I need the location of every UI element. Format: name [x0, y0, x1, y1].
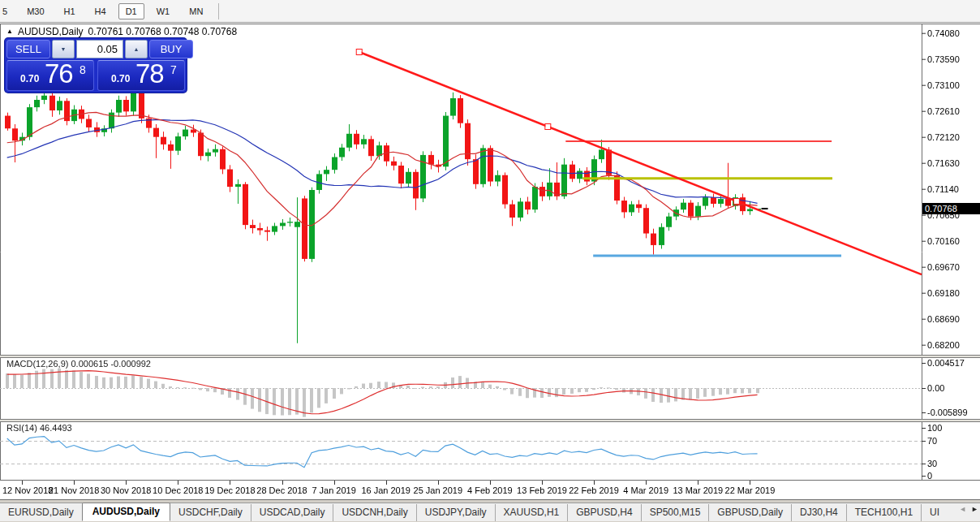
trade-panel-controls: SELL ▼ ▲ BUY: [6, 40, 185, 58]
tab-dj30-h4[interactable]: DJ30,H4: [791, 504, 846, 521]
tab-usdcnh-daily[interactable]: USDCNH,Daily: [333, 504, 415, 521]
trade-price-tiles: 0.70 76 8 0.70 78 7: [6, 60, 185, 91]
tab-scroll-right-icon[interactable]: ►: [971, 505, 978, 513]
rsi-axis-label: 70: [927, 436, 937, 446]
macd-main-value: 0.000615: [71, 359, 108, 369]
macd-indicator-label: MACD(12,26,9) 0.000615 -0.000992: [6, 359, 151, 369]
volume-decrease-button[interactable]: ▼: [52, 40, 75, 58]
date-axis-label: 28 Dec 2018: [256, 485, 307, 495]
one-click-trade-panel: SELL ▼ ▲ BUY 0.70 76 8 0.70 78 7: [5, 38, 187, 93]
date-axis-label: 19 Dec 2018: [204, 485, 255, 495]
price-axis-label: 0.68690: [927, 314, 960, 324]
date-axis-label: 30 Nov 2018: [101, 485, 151, 495]
price-axis-label: 0.73100: [927, 80, 960, 90]
sell-button[interactable]: SELL: [6, 40, 50, 58]
timeframe-button-m30[interactable]: M30: [19, 3, 51, 19]
tab-scroll-left-icon[interactable]: ◄: [959, 505, 966, 513]
chart-header: ▲ AUDUSD,Daily 0.70761 0.70768 0.70748 0…: [6, 26, 237, 37]
tab-sp500-m15[interactable]: SP500,M15: [641, 504, 709, 521]
date-axis[interactable]: 12 Nov 201821 Nov 201830 Nov 201810 Dec …: [0, 481, 922, 499]
price-axis-label: 0.68200: [927, 340, 960, 350]
price-axis-label: 0.71140: [927, 184, 959, 194]
buy-price-big: 78: [135, 58, 164, 89]
date-axis-label: 13 Feb 2019: [517, 485, 567, 495]
tab-tech100-h1[interactable]: TECH100,H1: [846, 504, 921, 521]
toolbar-separator: [218, 3, 219, 19]
date-axis-label: 21 Nov 2018: [49, 485, 99, 495]
timeframe-button-w1[interactable]: W1: [149, 3, 178, 19]
panel-splitter-macd[interactable]: [0, 355, 980, 358]
chart-tab-bar: EURUSD,DailyAUDUSD,DailyUSDCHF,DailyUSDC…: [0, 503, 980, 521]
price-axis-label: 0.69670: [927, 262, 960, 272]
macd-axis-label: -0.005899: [927, 408, 968, 417]
current-price-badge: 0.70768: [922, 203, 980, 214]
macd-axis-label: 0.00: [927, 383, 944, 393]
macd-axis-label: 0.004517: [927, 358, 965, 368]
sell-price-sup: 8: [80, 63, 86, 76]
date-axis-label: 4 Feb 2019: [467, 485, 513, 495]
tab-audusd-daily[interactable]: AUDUSD,Daily: [82, 503, 170, 521]
chevron-down-icon: ▼: [61, 46, 67, 52]
tab-eurusd-daily[interactable]: EURUSD,Daily: [0, 504, 82, 521]
buy-button[interactable]: BUY: [149, 40, 193, 58]
chevron-up-icon: ▲: [134, 46, 140, 52]
macd-signal-value: -0.000992: [110, 359, 151, 369]
date-axis-label: 25 Jan 2019: [414, 485, 463, 495]
timeframe-button-h1[interactable]: H1: [57, 3, 83, 19]
panel-splitter-rsi[interactable]: [0, 419, 980, 422]
rsi-axis-label: 30: [927, 459, 937, 468]
price-axis-label: 0.72120: [927, 132, 960, 142]
price-axis[interactable]: 0.740800.735900.731000.726100.721200.716…: [922, 23, 980, 481]
date-axis-label: 22 Feb 2019: [569, 485, 619, 495]
date-axis-label: 16 Jan 2019: [361, 485, 410, 495]
volume-input[interactable]: [76, 40, 123, 58]
charts-canvas[interactable]: [0, 23, 980, 522]
price-axis-label: 0.71630: [927, 158, 960, 168]
price-axis-label: 0.74080: [927, 28, 960, 38]
one-click-panel-toggle-icon[interactable]: ▲: [6, 28, 13, 36]
trading-terminal: 5M30H1H4D1W1MN ▲ AUDUSD,Daily 0.70761 0.…: [0, 0, 980, 522]
rsi-value: 46.4493: [40, 423, 72, 433]
buy-price-sup: 7: [170, 63, 177, 76]
price-axis-label: 0.70160: [927, 236, 960, 246]
date-axis-label: 4 Mar 2019: [623, 485, 668, 495]
date-axis-label: 10 Dec 2018: [153, 485, 203, 495]
date-axis-label: 12 Nov 2018: [2, 485, 53, 495]
timeframe-button-d1[interactable]: D1: [118, 3, 144, 19]
date-axis-label: 22 Mar 2019: [725, 485, 776, 495]
buy-price-tile[interactable]: 0.70 78 7: [97, 60, 185, 91]
rsi-axis-label: 0: [927, 471, 932, 481]
date-axis-label: 13 Mar 2019: [673, 485, 723, 495]
tab-usdchf-daily[interactable]: USDCHF,Daily: [170, 504, 251, 521]
price-axis-label: 0.73590: [927, 54, 960, 64]
tab-xauusd-h1[interactable]: XAUUSD,H1: [495, 504, 568, 521]
sell-price-tile[interactable]: 0.70 76 8: [6, 60, 94, 91]
sell-price-big: 76: [45, 58, 73, 89]
chart-symbol-label: AUDUSD,Daily: [18, 26, 84, 37]
tab-usdjpy-daily[interactable]: USDJPY,Daily: [416, 504, 495, 521]
tab-gbpusd-daily[interactable]: GBPUSD,Daily: [708, 504, 791, 521]
buy-price-prefix: 0.70: [111, 73, 130, 84]
timeframe-toolbar: 5M30H1H4D1W1MN: [0, 0, 980, 23]
rsi-axis-label: 100: [927, 423, 942, 433]
date-axis-label: 7 Jan 2019: [312, 485, 355, 495]
timeframe-button-h4[interactable]: H4: [88, 3, 114, 19]
tab-scroll-controls: ◄ ►: [959, 505, 978, 513]
sell-price-prefix: 0.70: [20, 73, 39, 84]
price-axis-label: 0.72610: [927, 106, 960, 116]
tab-usdcad-daily[interactable]: USDCAD,Daily: [251, 504, 333, 521]
volume-increase-button[interactable]: ▲: [125, 40, 148, 58]
timeframe-button-5[interactable]: 5: [0, 3, 15, 19]
chart-ohlc-values: 0.70761 0.70768 0.70748 0.70768: [88, 26, 238, 37]
rsi-indicator-label: RSI(14) 46.4493: [6, 423, 72, 433]
tab-ui[interactable]: UI: [921, 504, 948, 521]
tab-gbpusd-h4[interactable]: GBPUSD,H4: [567, 504, 640, 521]
price-axis-label: 0.69180: [927, 288, 960, 298]
timeframe-button-mn[interactable]: MN: [182, 3, 210, 19]
